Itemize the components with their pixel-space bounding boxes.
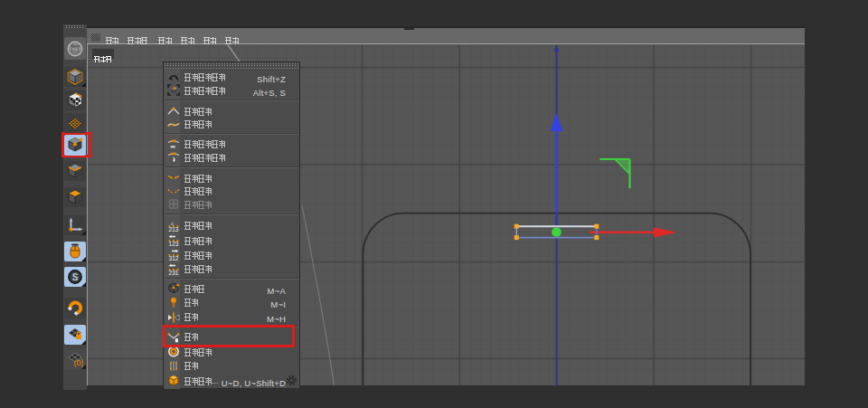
svg-text:312: 312 <box>169 255 179 261</box>
svg-text:231: 231 <box>169 270 179 275</box>
svg-text:c: c <box>171 220 174 225</box>
svg-text:123: 123 <box>169 241 179 246</box>
svg-text:213: 213 <box>169 226 179 232</box>
svg-text:S: S <box>72 271 79 281</box>
